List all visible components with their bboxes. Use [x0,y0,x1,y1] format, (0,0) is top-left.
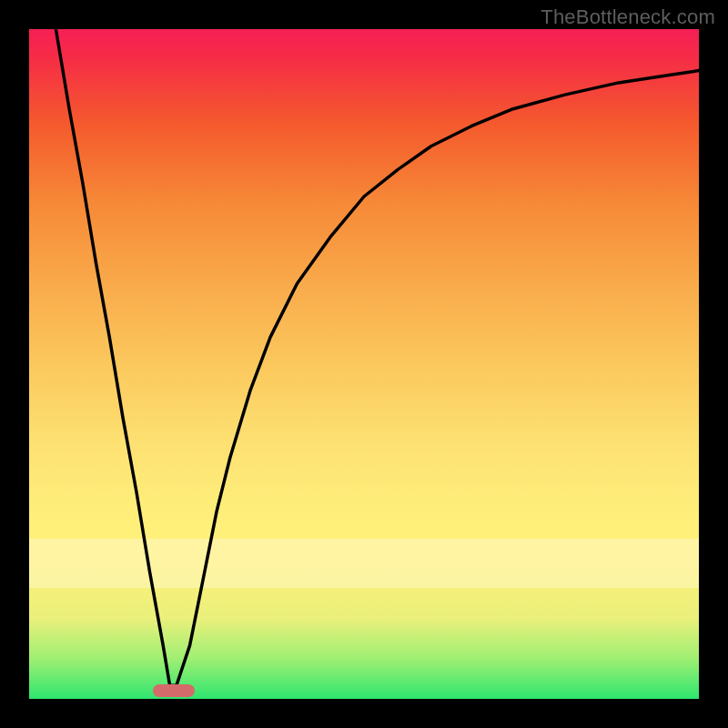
watermark-label: TheBottleneck.com [541,5,715,29]
chart-container: TheBottleneck.com [0,0,728,728]
bottleneck-curve [56,29,699,685]
optimum-marker [153,684,195,697]
curve-svg [29,29,699,699]
